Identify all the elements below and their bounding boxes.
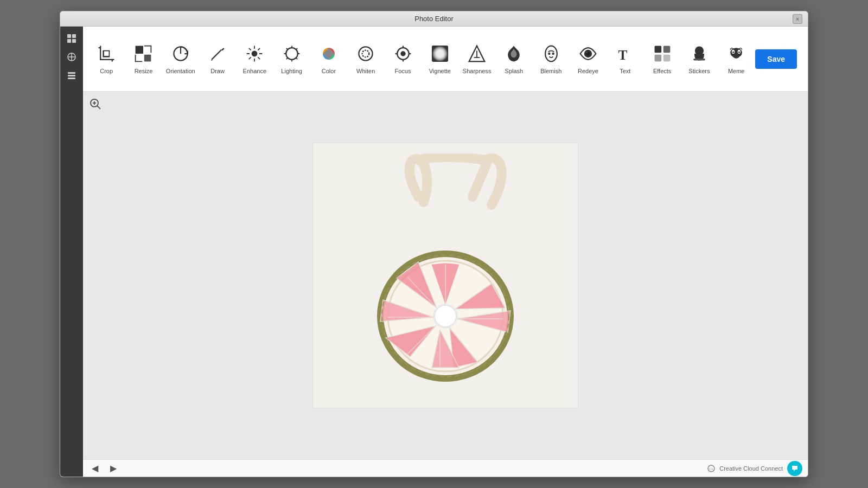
svg-line-25 <box>249 57 251 59</box>
toolbar-item-resize[interactable]: Resize <box>125 32 161 86</box>
svg-rect-7 <box>68 78 75 79</box>
chat-button[interactable] <box>787 461 802 476</box>
save-area: Save <box>755 49 802 69</box>
svg-point-67 <box>738 52 740 53</box>
svg-point-84 <box>435 305 456 327</box>
right-panel: Crop Resize <box>83 27 808 477</box>
blemish-icon <box>540 43 562 65</box>
zoom-icon[interactable] <box>90 98 101 113</box>
bottom-navigation: ◀ ▶ <box>88 462 120 474</box>
color-icon <box>318 43 340 65</box>
redeye-icon <box>577 43 599 65</box>
product-image <box>331 153 559 397</box>
vignette-icon <box>429 43 451 65</box>
toolbar-item-lighting[interactable]: Lighting <box>273 32 309 86</box>
sidebar-item-shapes[interactable] <box>64 49 79 65</box>
meme-icon <box>725 43 747 65</box>
toolbar-item-color[interactable]: Color <box>311 32 347 86</box>
toolbar-item-whiten[interactable]: Whiten <box>348 32 384 86</box>
svg-rect-3 <box>72 39 76 43</box>
splash-label: Splash <box>505 68 524 75</box>
svg-point-66 <box>732 52 734 53</box>
svg-point-51 <box>548 53 550 55</box>
svg-point-26 <box>252 51 258 57</box>
svg-line-32 <box>286 48 288 50</box>
whiten-label: Whiten <box>356 68 375 75</box>
toolbar: Crop Resize <box>83 27 808 92</box>
effects-icon <box>652 43 673 65</box>
focus-label: Focus <box>395 68 411 75</box>
toolbar-item-meme[interactable]: Meme <box>718 32 754 86</box>
sharpness-label: Sharpness <box>463 68 492 75</box>
stickers-icon <box>688 43 710 65</box>
toolbar-item-draw[interactable]: Draw <box>200 32 235 86</box>
svg-line-33 <box>296 58 297 60</box>
bottom-bar: ◀ ▶ Cc Creative Cloud Connect <box>83 459 808 477</box>
title-bar: Photo Editor × <box>60 11 808 27</box>
svg-line-23 <box>258 57 260 59</box>
blemish-label: Blemish <box>540 68 561 75</box>
bottom-right-area: Cc Creative Cloud Connect <box>707 461 802 476</box>
back-button[interactable]: ◀ <box>88 462 101 474</box>
image-preview <box>312 143 578 408</box>
svg-rect-60 <box>663 55 670 62</box>
svg-rect-57 <box>654 46 661 53</box>
photo-editor-window: Photo Editor × <box>60 11 808 477</box>
crop-icon <box>95 43 117 65</box>
canvas-area <box>83 92 808 459</box>
toolbar-item-redeye[interactable]: Redeye <box>570 32 606 86</box>
toolbar-item-splash[interactable]: Splash <box>496 32 532 86</box>
window-title: Photo Editor <box>414 15 454 23</box>
svg-rect-2 <box>67 39 71 43</box>
toolbar-item-stickers[interactable]: Stickers <box>681 32 717 86</box>
cc-icon: Cc <box>707 465 715 472</box>
color-label: Color <box>322 68 336 75</box>
cc-label: Creative Cloud Connect <box>719 465 783 472</box>
toolbar-item-sharpness[interactable]: Sharpness <box>459 32 495 86</box>
svg-rect-9 <box>68 72 75 74</box>
save-button[interactable]: Save <box>755 49 797 69</box>
svg-point-52 <box>552 53 554 55</box>
sidebar-item-layers[interactable] <box>64 68 79 83</box>
svg-point-27 <box>286 48 298 60</box>
forward-button[interactable]: ▶ <box>107 462 120 474</box>
whiten-icon <box>355 43 376 65</box>
toolbar-item-enhance[interactable]: Enhance <box>237 32 272 86</box>
effects-label: Effects <box>653 68 671 75</box>
svg-line-34 <box>296 48 297 50</box>
toolbar-item-effects[interactable]: Effects <box>644 32 680 86</box>
left-sidebar <box>60 27 83 477</box>
svg-line-35 <box>286 58 288 60</box>
svg-text:Cc: Cc <box>709 467 713 471</box>
svg-rect-0 <box>67 34 71 38</box>
vignette-label: Vignette <box>429 68 451 75</box>
close-button[interactable]: × <box>793 14 802 24</box>
toolbar-item-crop[interactable]: Crop <box>88 32 124 86</box>
toolbar-item-vignette[interactable]: Vignette <box>422 32 458 86</box>
svg-point-50 <box>545 46 557 62</box>
enhance-label: Enhance <box>243 68 266 75</box>
text-icon: T <box>614 43 636 65</box>
svg-rect-58 <box>663 46 670 53</box>
svg-rect-12 <box>104 51 110 57</box>
svg-line-69 <box>98 106 101 110</box>
svg-rect-46 <box>432 46 448 62</box>
splash-icon <box>503 43 525 65</box>
svg-rect-62 <box>693 59 705 61</box>
lighting-icon <box>281 43 303 65</box>
svg-point-55 <box>586 52 588 53</box>
svg-line-22 <box>249 48 251 50</box>
toolbar-item-orientation[interactable]: Orientation <box>163 32 199 86</box>
toolbar-item-focus[interactable]: Focus <box>385 32 420 86</box>
toolbar-item-blemish[interactable]: Blemish <box>533 32 569 86</box>
focus-icon <box>392 43 414 65</box>
svg-rect-14 <box>144 55 151 62</box>
sidebar-item-grid[interactable] <box>64 31 79 46</box>
orientation-label: Orientation <box>166 68 195 75</box>
meme-label: Meme <box>728 68 745 75</box>
svg-rect-59 <box>654 55 661 62</box>
svg-line-24 <box>258 48 260 50</box>
toolbar-item-text[interactable]: T Text <box>607 32 643 86</box>
crop-label: Crop <box>100 68 113 75</box>
orientation-icon <box>170 43 192 65</box>
